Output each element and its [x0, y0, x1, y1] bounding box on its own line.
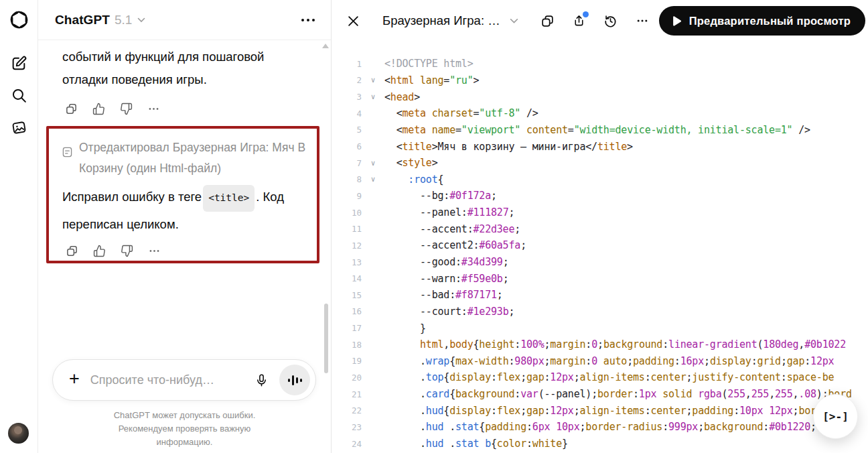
code-text: <style> [384, 157, 438, 169]
line-number: 21 [332, 389, 362, 399]
user-avatar[interactable] [8, 423, 29, 444]
code-line: 10 --panel:#111827; [332, 204, 868, 221]
copy-icon[interactable] [64, 102, 78, 115]
line-number: 23 [332, 422, 362, 432]
more-options-icon[interactable] [147, 244, 161, 257]
model-name[interactable]: ChatGPT [55, 13, 110, 27]
canvas-panel: Браузерная Игра: … [331, 0, 868, 453]
code-line: 19 .wrap{max-width:980px;margin:0 auto;p… [332, 353, 868, 370]
code-text: .hud .stat{padding:6px 10px;border-radiu… [384, 421, 846, 433]
canvas-card-header[interactable]: Отредактировал Браузерная Игра: Мяч В Ко… [62, 137, 307, 179]
line-number: 22 [332, 405, 362, 415]
disclaimer-text: ChatGPT может допускать ошибки. Рекоменд… [91, 409, 279, 449]
play-icon [672, 16, 681, 26]
code-text: .top{display:flex;gap:12px;align-items:c… [384, 371, 834, 383]
scroll-up-arrow[interactable] [322, 44, 329, 48]
code-line: 24 .hud .stat b{color:white} [332, 436, 868, 452]
line-number: 17 [332, 323, 362, 333]
code-text: --panel:#111827; [384, 206, 514, 218]
code-text: .wrap{max-width:980px;margin:0 auto;padd… [384, 355, 834, 367]
line-number: 2 [332, 75, 362, 85]
chevron-down-icon [510, 18, 518, 24]
code-line: 6 <title>Мяч в корзину — мини-игра</titl… [332, 138, 868, 155]
canvas-more-options-icon[interactable] [634, 13, 650, 29]
thumbs-up-icon[interactable] [92, 102, 105, 115]
code-line: 9 --bg:#0f172a; [332, 188, 868, 204]
canvas-title: Браузерная Игра: … [382, 13, 500, 28]
code-text: <meta charset="utf-8" /> [384, 107, 538, 119]
line-number: 15 [332, 290, 362, 300]
message-actions [65, 244, 307, 257]
history-icon[interactable] [603, 13, 619, 29]
chat-scrollbar-thumb[interactable] [324, 304, 328, 373]
card-body-pre: Исправил ошибку в теге [62, 190, 202, 204]
code-line: 14 --warn:#f59e0b; [332, 270, 868, 287]
code-text: .card{background:var(--panel);border:1px… [384, 388, 852, 400]
close-icon[interactable] [344, 11, 362, 30]
line-number: 11 [332, 224, 362, 234]
code-text: .hud .stat b{color:white} [384, 438, 568, 450]
line-number: 5 [332, 125, 362, 135]
preview-button[interactable]: Предварительный просмотр [659, 6, 865, 36]
line-number: 9 [332, 191, 362, 201]
code-text: --accent:#22d3ee; [384, 223, 520, 235]
code-text: html,body{height:100%;margin:0;backgroun… [384, 338, 846, 350]
code-line: 16 --court:#1e293b; [332, 304, 868, 320]
library-icon[interactable] [9, 117, 29, 137]
model-version[interactable]: 5.1 [115, 13, 132, 27]
fold-chevron-icon[interactable]: ∨ [362, 176, 384, 183]
microphone-icon[interactable] [251, 370, 271, 390]
share-icon[interactable] [571, 13, 587, 29]
composer: + [52, 359, 316, 401]
notification-dot [583, 11, 589, 17]
copy-icon[interactable] [65, 244, 78, 257]
fold-chevron-icon[interactable]: ∨ [362, 76, 384, 84]
fold-chevron-icon[interactable]: ∨ [362, 93, 384, 101]
canvas-title-dropdown[interactable]: Браузерная Игра: … [382, 13, 518, 28]
code-text: --good:#34d399; [384, 256, 508, 268]
copy-icon[interactable] [540, 13, 556, 29]
code-line: 1<!DOCTYPE html> [332, 56, 868, 72]
chat-options-icon[interactable] [299, 16, 317, 24]
code-editor[interactable]: 1<!DOCTYPE html>2∨<html lang="ru">3∨<hea… [332, 42, 868, 453]
code-view-toggle-button[interactable]: [>-] [813, 394, 858, 439]
line-number: 24 [332, 439, 362, 449]
new-chat-icon[interactable] [9, 53, 29, 73]
code-line: 11 --accent:#22d3ee; [332, 220, 868, 237]
chevron-down-icon[interactable] [137, 17, 145, 23]
code-line: 21 .card{background:var(--panel);border:… [332, 386, 868, 403]
line-number: 19 [332, 356, 362, 366]
attach-plus-button[interactable]: + [69, 370, 80, 388]
line-number: 3 [332, 92, 362, 102]
code-line: 5 <meta name="viewport" content="width=d… [332, 122, 868, 139]
thumbs-down-icon[interactable] [120, 244, 133, 257]
code-line: 18 html,body{height:100%;margin:0;backgr… [332, 336, 868, 353]
voice-mode-button[interactable] [279, 365, 310, 395]
code-text: <head> [384, 91, 420, 103]
code-line: 17 } [332, 320, 868, 336]
search-icon[interactable] [9, 85, 29, 105]
canvas-card-title: Отредактировал Браузерная Игра: Мяч В Ко… [79, 137, 307, 179]
line-number: 7 [332, 158, 362, 168]
line-number: 20 [332, 373, 362, 383]
sidebar [0, 0, 38, 453]
line-number: 4 [332, 109, 362, 119]
code-text: <meta name="viewport" content="width=dev… [384, 124, 810, 136]
more-options-icon[interactable] [147, 102, 160, 115]
code-line: 8∨ :root{ [332, 171, 868, 188]
canvas-header: Браузерная Игра: … [332, 0, 868, 42]
canvas-card-body: Исправил ошибку в теге<title>. Код переп… [62, 184, 307, 237]
fold-chevron-icon[interactable]: ∨ [362, 159, 384, 167]
code-lines: 1<!DOCTYPE html>2∨<html lang="ru">3∨<hea… [332, 56, 868, 452]
line-number: 16 [332, 306, 362, 316]
document-icon [62, 147, 72, 179]
code-text: --bad:#f87171; [384, 289, 503, 301]
app-window: ChatGPT 5.1 событий и функций для пошаго… [0, 0, 868, 453]
openai-logo-icon[interactable] [9, 9, 29, 29]
message-input[interactable] [90, 373, 251, 387]
code-line: 23 .hud .stat{padding:6px 10px;border-ra… [332, 419, 868, 436]
thumbs-down-icon[interactable] [119, 102, 133, 115]
code-line: 12 --accent2:#60a5fa; [332, 237, 868, 254]
code-line: 2∨<html lang="ru"> [332, 72, 868, 89]
thumbs-up-icon[interactable] [92, 244, 106, 257]
